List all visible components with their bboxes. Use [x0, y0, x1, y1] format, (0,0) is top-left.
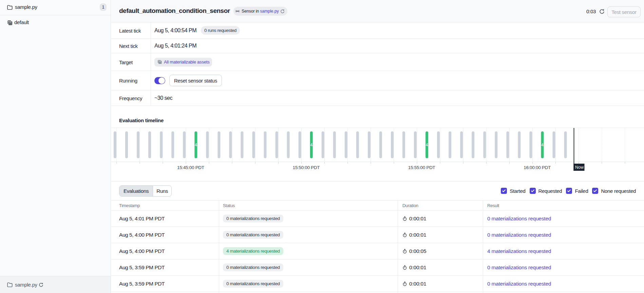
svg-text:4: 4 [426, 143, 428, 147]
svg-text:15:50:00 PDT: 15:50:00 PDT [292, 165, 320, 170]
svg-text:Now: Now [575, 165, 584, 170]
svg-text:4: 4 [195, 143, 197, 147]
svg-text:16:00:00 PDT: 16:00:00 PDT [524, 165, 551, 170]
svg-text:15:45:00 PDT: 15:45:00 PDT [177, 165, 204, 170]
svg-text:4: 4 [541, 143, 544, 147]
svg-text:4: 4 [310, 143, 312, 147]
svg-text:15:55:00 PDT: 15:55:00 PDT [408, 165, 435, 170]
